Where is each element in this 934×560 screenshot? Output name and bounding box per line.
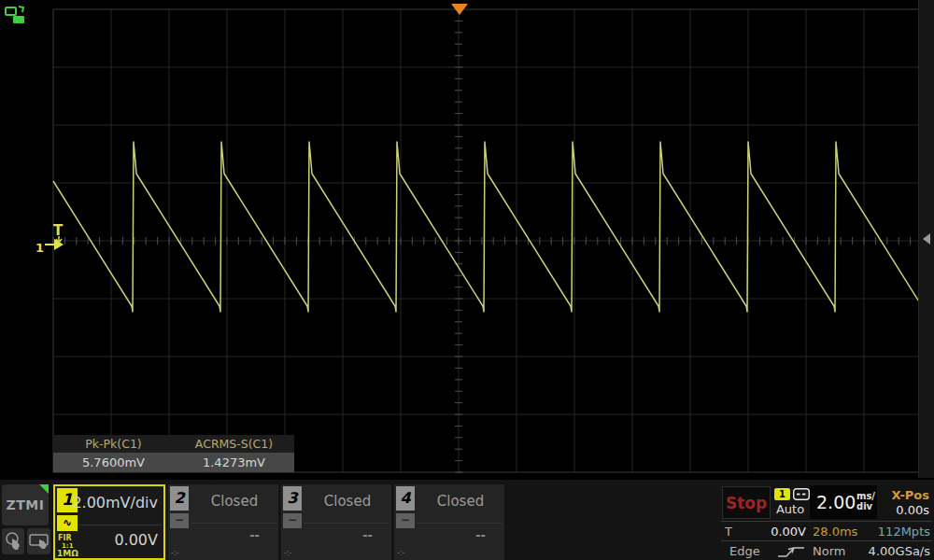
channel-1-coupling-icon[interactable]: ∿ — [57, 515, 78, 531]
expand-panel-arrow-icon[interactable] — [923, 233, 930, 245]
channel-3-offset-placeholder: -- — [362, 528, 373, 542]
timebase-unit: ms/ div — [856, 491, 875, 511]
sample-info-row: Norm 4.00GSa/s — [809, 540, 932, 560]
touch-gesture-icon — [4, 531, 22, 552]
channel-3-badge[interactable]: 3 — [283, 486, 302, 511]
channel-4-probe-placeholder: -:- — [397, 549, 404, 557]
measurement-value: 5.7600mV — [53, 453, 174, 472]
run-stop-button[interactable]: Stop — [722, 486, 771, 519]
measurement-label[interactable]: Pk-Pk(C1) — [53, 435, 174, 453]
measurement-value-row: 5.7600mV 1.4273mV — [53, 453, 294, 472]
capture-time: 28.0ms — [813, 525, 857, 539]
divider — [79, 525, 162, 525]
waveform-display[interactable]: T1 Pk-Pk(C1) ACRMS-S(C1) 5.7600mV 1.4273… — [0, 0, 918, 478]
bus-display-icon[interactable] — [793, 488, 810, 500]
divider — [417, 523, 502, 524]
channel-3-probe-placeholder: -:- — [284, 549, 291, 557]
timebase-unit-bottom: div — [856, 501, 872, 511]
trigger-type-label: Edge — [729, 544, 760, 558]
touchpad-icon — [29, 532, 49, 551]
divider — [191, 523, 276, 524]
channel-1-scale[interactable]: 2.00mV/div — [72, 494, 158, 511]
rising-edge-icon — [776, 544, 806, 558]
trigger-mode-label[interactable]: Auto — [771, 502, 809, 516]
measurement-label[interactable]: ACRMS-S(C1) — [174, 435, 294, 453]
timebase-scale-value: 2.00 — [816, 492, 856, 512]
channel-2-offset-placeholder: -- — [249, 528, 260, 542]
side-panel-strip[interactable] — [918, 0, 934, 478]
trigger-level-row[interactable]: T 0.00V — [721, 521, 809, 540]
graticule-and-trace: T1 — [0, 0, 918, 478]
measurement-readout[interactable]: Pk-Pk(C1) ACRMS-S(C1) 5.7600mV 1.4273mV — [53, 435, 294, 472]
channel-1-position-marker[interactable]: 1 — [35, 241, 44, 255]
channel-2-coupling-icon[interactable]: − — [170, 513, 189, 528]
channel-3-status: Closed — [304, 493, 391, 510]
divider — [304, 523, 389, 524]
notification-corner-badge — [39, 484, 49, 494]
sample-rate: 4.00GSa/s — [869, 544, 930, 558]
channel-3-coupling-icon[interactable]: − — [283, 513, 302, 528]
channel-2-status: Closed — [191, 493, 278, 510]
channel-1-panel[interactable]: 1 ∿ FIR 1:1 1MΩ 2.00mV/div 0.00V — [53, 484, 165, 560]
channel-1-offset[interactable]: 0.00V — [114, 531, 158, 549]
memory-depth: 112Mpts — [878, 525, 930, 539]
channel-1-impedance: 1MΩ — [57, 549, 78, 558]
x-position-value[interactable]: 0.00s — [896, 503, 929, 517]
trigger-level-value: 0.00V — [771, 525, 806, 539]
touch-gesture-button[interactable] — [2, 528, 24, 554]
acquisition-mode: Norm — [813, 544, 845, 558]
channel-4-status: Closed — [417, 493, 504, 510]
channel-2-probe-placeholder: -:- — [171, 549, 178, 557]
trigger-type-row[interactable]: Edge — [721, 540, 809, 560]
channel-4-offset-placeholder: -- — [475, 528, 486, 542]
channel-4-coupling-icon[interactable]: − — [396, 513, 415, 528]
channel-1-filter-label: FIR — [58, 534, 72, 542]
x-position-label: X-Pos — [891, 488, 929, 502]
bottom-bar: ZTMI 1 ∿ FIR 1:1 1MΩ 2.00mV/div 0.00V — [0, 478, 934, 560]
measurement-header-row: Pk-Pk(C1) ACRMS-S(C1) — [53, 435, 294, 453]
channel-1-trace — [53, 142, 918, 312]
trigger-level-label: T — [725, 525, 732, 539]
channel-4-badge[interactable]: 4 — [396, 486, 415, 511]
timebase-scale-box[interactable]: 2.00 ms/ div — [810, 485, 877, 519]
channel-2-badge[interactable]: 2 — [170, 486, 189, 511]
trigger-source-badge[interactable]: 1 — [774, 488, 790, 500]
channel-3-panel[interactable]: 3 Closed − -- -:- — [281, 484, 391, 560]
channel-4-panel[interactable]: 4 Closed − -- -:- — [394, 484, 504, 560]
trigger-panel[interactable]: Stop 1 Auto T 0.00V Edge — [721, 484, 809, 560]
channel-2-panel[interactable]: 2 Closed − -- -:- — [168, 484, 278, 560]
touchpad-button[interactable] — [27, 528, 50, 554]
display-layout-icon[interactable] — [4, 4, 26, 26]
logo-text: ZTMI — [7, 497, 45, 512]
timebase-unit-top: ms/ — [856, 491, 875, 501]
run-state-label: Stop — [726, 494, 767, 512]
acquisition-info-row: 28.0ms 112Mpts — [809, 521, 932, 540]
timebase-panel[interactable]: 2.00 ms/ div X-Pos 0.00s 28.0ms 112Mpts … — [809, 484, 932, 560]
measurement-value: 1.4273mV — [174, 453, 294, 472]
